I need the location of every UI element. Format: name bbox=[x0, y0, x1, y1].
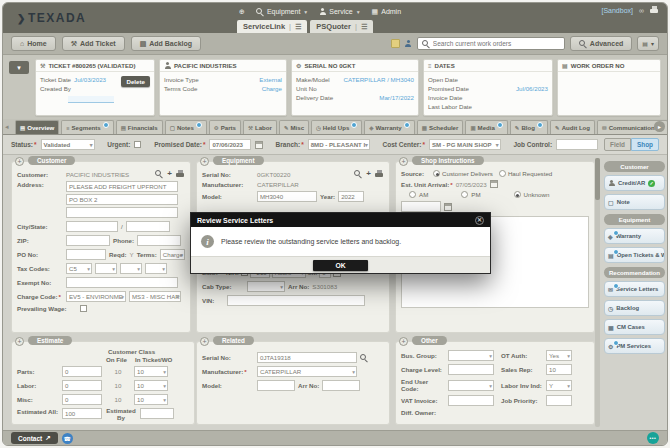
unknown-radio[interactable] bbox=[514, 191, 521, 198]
tab-scheduler[interactable]: ▦Scheduler bbox=[417, 120, 464, 134]
tab-psquoter[interactable]: PSQuoter|☰ bbox=[310, 20, 373, 33]
state-input[interactable] bbox=[126, 221, 170, 232]
shop-date-input[interactable] bbox=[401, 201, 441, 212]
sidebar-item-backlog[interactable]: ◷ Backlog bbox=[604, 300, 665, 316]
calendar-icon[interactable] bbox=[444, 203, 452, 211]
haul-requested-radio[interactable] bbox=[499, 170, 506, 177]
labor-estimate-input[interactable]: 0 bbox=[62, 380, 102, 391]
tab-labor[interactable]: ⚒Labor bbox=[243, 120, 277, 134]
collapse-panel-icon[interactable]: + bbox=[15, 337, 24, 346]
customer-delivers-radio[interactable] bbox=[433, 170, 440, 177]
tab-blog[interactable]: ✎Blog bbox=[510, 120, 548, 134]
address-line-2[interactable]: PO BOX 2 bbox=[66, 194, 178, 205]
estimated-by-input[interactable] bbox=[140, 408, 174, 419]
sidebar-item-service-letters[interactable]: ✉ Service Letters bbox=[604, 281, 665, 297]
shop-toggle-button[interactable]: Shop bbox=[631, 138, 659, 151]
tax-code-select-1[interactable]: C5 bbox=[66, 263, 92, 274]
parts-class-select[interactable]: 10 bbox=[134, 366, 168, 377]
link-icon[interactable]: ∞ bbox=[639, 7, 644, 14]
tabs-scroll-right-icon[interactable]: ▸ bbox=[654, 121, 665, 132]
related-manufacturer-select[interactable]: CATERPILLAR bbox=[257, 366, 357, 377]
tab-audit-log[interactable]: ✎Audit Log bbox=[550, 120, 595, 134]
estimated-all-input[interactable]: 100 bbox=[62, 408, 102, 419]
phone-icon[interactable]: ☎ bbox=[62, 433, 73, 444]
collapse-panel-icon[interactable]: + bbox=[399, 157, 408, 166]
ot-auth-select[interactable]: Yes bbox=[546, 350, 572, 361]
ticket-date-value[interactable]: Jul/03/2023 bbox=[74, 75, 106, 84]
urgent-checkbox[interactable] bbox=[134, 141, 141, 148]
po-no-input[interactable] bbox=[66, 249, 106, 260]
terms-select[interactable]: Charge bbox=[160, 249, 185, 260]
related-serial-input[interactable]: 0JTA19318 bbox=[257, 352, 357, 363]
add-ticket-button[interactable]: ⚒Add Ticket bbox=[62, 36, 125, 51]
address-line-1[interactable]: PLEASE ADD FREIGHT UPFRONT bbox=[66, 181, 178, 192]
sidebar-item-warranty[interactable]: ◈ Warranty bbox=[604, 228, 665, 244]
home-button[interactable]: ⌂Home bbox=[11, 36, 56, 51]
search-input[interactable] bbox=[433, 40, 560, 47]
sidebar-item-note[interactable]: ▢ Note bbox=[604, 194, 665, 210]
chat-widget-icon[interactable]: ••• bbox=[647, 432, 659, 444]
vertical-scrollbar[interactable] bbox=[595, 158, 600, 427]
tab-servicelink[interactable]: ServiceLink|☰ bbox=[237, 20, 307, 33]
related-arr-no-input[interactable] bbox=[322, 380, 360, 391]
phone-input[interactable] bbox=[137, 235, 181, 246]
charge-code-select-2[interactable]: MS3 - MISC HARDW bbox=[129, 291, 181, 302]
menu-equipment[interactable]: Equipment▼ bbox=[256, 8, 308, 16]
tab-financials[interactable]: ▤Financials bbox=[116, 120, 163, 134]
address-line-3[interactable] bbox=[66, 207, 178, 218]
tab-media[interactable]: ▣Media bbox=[465, 120, 507, 134]
bus-group-select[interactable] bbox=[448, 350, 494, 361]
sales-rep-input[interactable]: 10 bbox=[546, 364, 572, 375]
exempt-no-input[interactable] bbox=[66, 277, 178, 288]
city-input[interactable] bbox=[66, 221, 118, 232]
collapse-panel-icon[interactable]: + bbox=[200, 337, 209, 346]
advanced-search-button[interactable]: Advanced bbox=[570, 36, 632, 51]
sidebar-item-credit-ar[interactable]: Credit/AR ✓ bbox=[604, 175, 665, 191]
toolbar-split-button[interactable]: ▤▾ bbox=[637, 36, 659, 51]
est-unit-arrival-value[interactable]: 07/05/2023 bbox=[456, 181, 487, 188]
collapse-cards-button[interactable]: ▾ bbox=[9, 61, 29, 74]
hamburger-icon[interactable]: ☰ bbox=[361, 23, 367, 31]
misc-class-select[interactable]: 10 bbox=[134, 394, 168, 405]
tab-warranty[interactable]: ◈Warranty bbox=[364, 120, 414, 134]
tab-segments[interactable]: ≡Segments bbox=[61, 120, 113, 134]
labor-inv-ind-select[interactable]: Y bbox=[546, 380, 572, 391]
search-icon[interactable] bbox=[354, 170, 362, 178]
users-icon[interactable] bbox=[405, 40, 412, 47]
zip-input[interactable] bbox=[66, 235, 110, 246]
cab-type-select[interactable] bbox=[247, 281, 285, 292]
model-input[interactable]: MH3040 bbox=[257, 191, 317, 202]
vin-input[interactable] bbox=[227, 295, 365, 306]
hamburger-icon[interactable]: ☰ bbox=[295, 23, 301, 31]
calendar-icon[interactable] bbox=[490, 180, 498, 188]
tab-overview[interactable]: ▤Overview bbox=[15, 120, 59, 134]
tab-parts[interactable]: ⚙Parts bbox=[209, 120, 241, 134]
menu-service[interactable]: Service▼ bbox=[319, 8, 360, 15]
am-radio[interactable] bbox=[409, 191, 416, 198]
cost-center-select[interactable]: SM - PG MAIN SHOP bbox=[429, 139, 501, 150]
tax-code-select-2[interactable] bbox=[95, 263, 117, 274]
status-select[interactable]: Validated bbox=[41, 139, 95, 150]
parts-estimate-input[interactable]: 0 bbox=[62, 366, 102, 377]
print-icon[interactable] bbox=[650, 7, 659, 14]
created-by-field[interactable] bbox=[68, 96, 114, 103]
collapse-panel-icon[interactable]: + bbox=[399, 337, 408, 346]
sidebar-item-open-tickets[interactable]: ▤ Open Tickets & Work... bbox=[604, 247, 665, 263]
branch-select[interactable]: 8MD - PLEASANT I bbox=[308, 139, 370, 150]
tabs-scroll-left-icon[interactable]: ◂ bbox=[5, 123, 9, 131]
search-icon[interactable] bbox=[155, 170, 163, 178]
sidebar-item-pm-services[interactable]: ⚙ PM Services bbox=[604, 338, 665, 354]
job-priority-input[interactable] bbox=[546, 395, 572, 406]
notes-icon[interactable] bbox=[391, 39, 400, 48]
charge-level-input[interactable] bbox=[448, 364, 494, 375]
print-icon[interactable] bbox=[176, 171, 185, 178]
job-control-input[interactable] bbox=[556, 139, 598, 150]
prevailing-wage-checkbox[interactable] bbox=[80, 305, 87, 312]
ok-button[interactable]: OK bbox=[313, 260, 367, 271]
scrollbar-thumb[interactable] bbox=[595, 158, 600, 200]
pm-radio[interactable] bbox=[461, 191, 468, 198]
add-backlog-button[interactable]: ▤Add Backlog bbox=[131, 36, 201, 51]
year-input[interactable]: 2022 bbox=[338, 191, 364, 202]
search-icon[interactable] bbox=[360, 354, 368, 362]
apps-menu-icon[interactable]: ⊕ bbox=[239, 8, 245, 16]
